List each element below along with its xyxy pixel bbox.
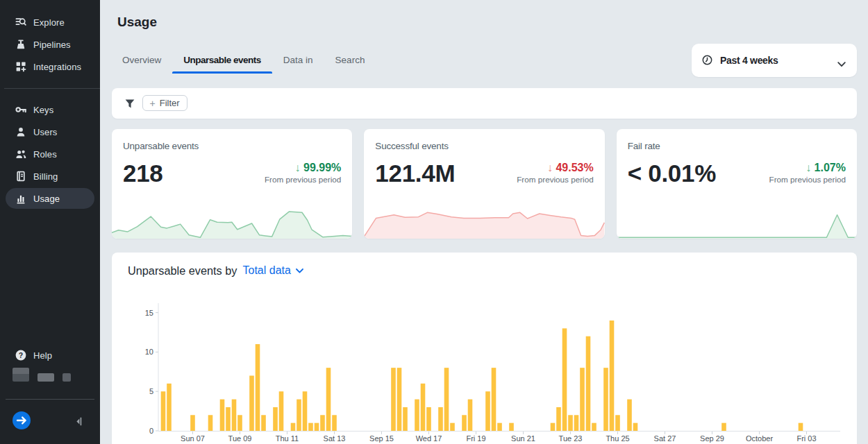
metric-caption: From previous period <box>769 175 846 185</box>
sidebar-item-label: Roles <box>33 149 57 160</box>
svg-text:October: October <box>746 434 773 443</box>
redacted-block <box>62 373 71 382</box>
sparkline-chart <box>617 198 857 239</box>
sidebar-item-keys[interactable]: Keys <box>6 99 94 120</box>
header-row: Overview Unparsable events Data in Searc… <box>112 44 857 77</box>
sparkline-chart <box>364 198 604 239</box>
sidebar-item-label: Pipelines <box>33 40 71 50</box>
svg-text:Thu 25: Thu 25 <box>606 434 629 443</box>
svg-text:Sep 15: Sep 15 <box>369 434 394 443</box>
svg-text:Tue 09: Tue 09 <box>228 434 252 443</box>
sparkline-chart <box>112 198 352 239</box>
key-icon <box>15 103 27 116</box>
time-range-select[interactable]: Past 4 weeks <box>692 44 857 77</box>
metric-cards-row: Unparsable events 218 ↓ 99.99% From prev… <box>112 129 857 239</box>
metric-delta: ↓ 99.99% <box>265 161 341 174</box>
clock-icon <box>701 54 713 66</box>
metric-delta: ↓ 49.53% <box>517 161 593 174</box>
metric-title: Successful events <box>375 141 593 151</box>
svg-text:Sat 13: Sat 13 <box>324 434 346 443</box>
app-window: Explore Pipelines Integrations <box>0 0 868 444</box>
sidebar: Explore Pipelines Integrations <box>0 0 100 444</box>
metric-card-fail-rate: Fail rate < 0.01% ↓ 1.07% From previous … <box>617 129 857 239</box>
integrations-icon <box>15 60 27 73</box>
tab-bar: Overview Unparsable events Data in Searc… <box>111 46 376 74</box>
sidebar-item-label: Integrations <box>33 62 81 72</box>
sidebar-nav-primary: Explore Pipelines Integrations <box>0 0 100 77</box>
metric-title: Fail rate <box>628 141 846 151</box>
explore-icon <box>15 16 27 28</box>
sidebar-footer <box>0 400 100 444</box>
tab-search[interactable]: Search <box>324 46 376 74</box>
add-filter-button[interactable]: + Filter <box>142 95 187 111</box>
svg-text:?: ? <box>19 351 23 359</box>
sidebar-item-usage[interactable]: Usage <box>6 188 94 209</box>
sidebar-item-roles[interactable]: Roles <box>6 144 94 164</box>
metric-delta: ↓ 1.07% <box>769 161 846 174</box>
metric-title: Unparsable events <box>123 141 341 151</box>
chevron-down-icon <box>837 58 846 63</box>
bar-chart-card: Unparsable events by Total data 051015Su… <box>112 253 857 444</box>
metric-value: < 0.01% <box>628 160 716 187</box>
svg-text:Sun 21: Sun 21 <box>511 434 535 443</box>
sidebar-item-label: Explore <box>33 17 65 28</box>
sidebar-item-integrations[interactable]: Integrations <box>6 56 94 77</box>
svg-text:Thu 11: Thu 11 <box>276 434 299 443</box>
help-icon: ? <box>15 349 27 361</box>
redacted-block <box>12 368 29 382</box>
svg-text:10: 10 <box>145 348 153 356</box>
sidebar-item-users[interactable]: Users <box>6 121 94 142</box>
sidebar-item-label: Keys <box>33 105 53 115</box>
svg-text:5: 5 <box>149 387 153 395</box>
sidebar-item-label: Help <box>33 350 52 361</box>
svg-text:15: 15 <box>145 309 153 317</box>
sidebar-item-explore[interactable]: Explore <box>6 12 94 33</box>
redacted-block <box>37 373 54 382</box>
arrow-down-icon: ↓ <box>295 162 301 173</box>
arrow-down-icon: ↓ <box>547 162 553 173</box>
main-content: Usage Overview Unparsable events Data in… <box>100 0 868 444</box>
billing-icon <box>15 170 27 182</box>
svg-text:Fri 19: Fri 19 <box>466 434 485 443</box>
sidebar-item-pipelines[interactable]: Pipelines <box>6 34 94 55</box>
sidebar-item-label: Users <box>33 127 57 137</box>
svg-text:Fri 03: Fri 03 <box>796 434 816 443</box>
tab-unparsable-events[interactable]: Unparsable events <box>172 46 272 74</box>
svg-text:Sat 27: Sat 27 <box>654 434 676 443</box>
roles-icon <box>15 148 27 160</box>
workspace-info-redacted <box>12 368 100 382</box>
sidebar-item-billing[interactable]: Billing <box>6 166 94 187</box>
app-logo[interactable] <box>12 411 31 429</box>
metric-caption: From previous period <box>265 175 341 185</box>
metric-card-successful-events: Successful events 121.4M ↓ 49.53% From p… <box>364 129 604 239</box>
collapse-sidebar-icon[interactable] <box>76 416 82 425</box>
tab-overview[interactable]: Overview <box>111 46 172 74</box>
user-icon <box>15 126 27 138</box>
sidebar-bottom: ? Help <box>0 345 100 444</box>
arrow-down-icon: ↓ <box>806 162 811 173</box>
metric-caption: From previous period <box>517 175 593 185</box>
filter-funnel-icon <box>125 99 135 108</box>
time-range-value: Past 4 weeks <box>720 55 837 66</box>
sidebar-nav-admin: Keys Users Roles Billing <box>0 89 100 209</box>
svg-text:Tue 23: Tue 23 <box>559 434 583 443</box>
sidebar-item-help[interactable]: ? Help <box>6 345 94 366</box>
svg-text:Wed 17: Wed 17 <box>416 434 442 443</box>
svg-text:Sep 29: Sep 29 <box>700 434 724 443</box>
sidebar-item-label: Billing <box>33 171 58 182</box>
filter-bar: + Filter <box>112 88 857 119</box>
svg-text:0: 0 <box>149 427 153 435</box>
plus-icon: + <box>150 99 156 108</box>
tab-data-in[interactable]: Data in <box>272 46 324 74</box>
bar-chart: 051015Sun 07Tue 09Thu 11Sat 13Sep 15Wed … <box>112 253 857 444</box>
pipelines-icon <box>15 38 27 51</box>
metric-value: 218 <box>123 160 163 187</box>
svg-text:Sun 07: Sun 07 <box>181 434 205 443</box>
page-title: Usage <box>117 0 857 30</box>
metric-value: 121.4M <box>375 160 455 187</box>
metric-card-unparsable-events: Unparsable events 218 ↓ 99.99% From prev… <box>112 129 352 239</box>
usage-icon <box>15 192 27 205</box>
sidebar-item-label: Usage <box>33 194 60 204</box>
